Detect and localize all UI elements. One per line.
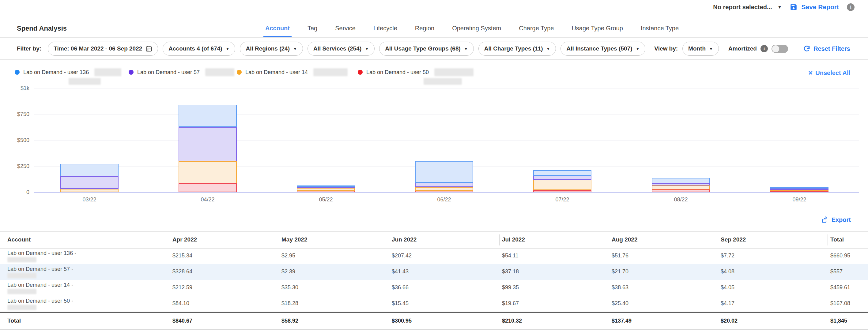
filter-pill-all-charge-types[interactable]: All Charge Types (11)▼: [478, 42, 556, 56]
cell-value: $38.63: [612, 284, 628, 291]
y-axis-tick-label: $250: [0, 163, 29, 170]
filter-pill-label: All Charge Types (11): [484, 45, 543, 52]
account-cell: Lab on Demand - user 14 -: [7, 282, 73, 294]
amortized-control: Amortized i: [728, 45, 788, 53]
bar-segment-lab-on-demand-user-57[interactable]: [533, 176, 591, 180]
bar-segment-lab-on-demand-user-57[interactable]: [60, 176, 119, 189]
chevron-down-icon: ▼: [709, 47, 713, 51]
bar-segment-lab-on-demand-user-136[interactable]: [652, 178, 710, 183]
cell-value: $15.45: [392, 300, 409, 307]
bar-segment-lab-on-demand-user-14[interactable]: [179, 161, 237, 183]
bar-segment-lab-on-demand-user-14[interactable]: [652, 186, 710, 190]
legend-item-lab-on-demand-user-14[interactable]: Lab on Demand - user 14: [237, 68, 348, 76]
tab-usage-type-group[interactable]: Usage Type Group: [570, 25, 625, 37]
tab-account[interactable]: Account: [264, 25, 291, 37]
reset-filters-button[interactable]: Reset Filters: [803, 45, 850, 52]
stacked-bar-07-22[interactable]: [533, 170, 591, 192]
legend-item-lab-on-demand-user-57[interactable]: Lab on Demand - user 57: [129, 68, 234, 76]
bar-segment-lab-on-demand-user-14[interactable]: [533, 180, 591, 190]
save-icon: [789, 3, 798, 11]
stacked-bar-06-22[interactable]: [415, 161, 473, 192]
stacked-bar-03-22[interactable]: [60, 164, 119, 192]
save-report-label: Save Report: [801, 3, 839, 11]
cell-value: $36.66: [392, 284, 409, 291]
column-header-may-2022: May 2022: [281, 236, 308, 243]
tab-region[interactable]: Region: [413, 25, 436, 37]
header-row: Spend Analysis AccountTagServiceLifecycl…: [0, 18, 868, 38]
filter-pill-accounts-4[interactable]: Accounts 4 (of 674)▼: [163, 42, 235, 56]
redacted-text: [313, 68, 348, 76]
unselect-all-button[interactable]: ✕ Unselect All: [808, 69, 850, 76]
view-by-label: View by:: [654, 45, 678, 52]
view-by-value: Month: [688, 45, 706, 52]
bar-segment-lab-on-demand-user-50[interactable]: [533, 190, 591, 192]
filter-pill-label: All Usage Type Groups (68): [385, 45, 461, 52]
y-axis-tick-label: $750: [0, 111, 29, 118]
bar-segment-lab-on-demand-user-136[interactable]: [60, 164, 119, 176]
legend-item-lab-on-demand-user-136[interactable]: Lab on Demand - user 136: [15, 68, 121, 76]
account-cell: Lab on Demand - user 136 -: [7, 250, 76, 262]
column-divider: [609, 234, 609, 245]
redacted-text: [434, 68, 473, 76]
filter-pill-all-instance-types[interactable]: All Instance Types (507)▼: [560, 42, 645, 56]
bar-segment-lab-on-demand-user-50[interactable]: [652, 190, 710, 192]
total-label: Total: [7, 318, 21, 324]
export-button[interactable]: Export: [821, 216, 851, 224]
bar-segment-lab-on-demand-user-136[interactable]: [533, 170, 591, 176]
gridline: [34, 114, 859, 114]
info-icon[interactable]: i: [847, 3, 855, 11]
x-axis-tick-label: 04/22: [179, 197, 237, 203]
reset-filters-label: Reset Filters: [813, 45, 850, 52]
bar-segment-lab-on-demand-user-50[interactable]: [179, 183, 237, 192]
filter-pill-all-usage-type-groups[interactable]: All Usage Type Groups (68)▼: [379, 42, 474, 56]
amortized-info-icon[interactable]: i: [761, 45, 768, 52]
tab-operating-system[interactable]: Operating System: [450, 25, 503, 37]
stacked-bar-09-22[interactable]: [770, 190, 829, 192]
total-cell-value: $300.95: [392, 318, 412, 324]
column-divider: [389, 234, 389, 245]
report-selector[interactable]: No report selected... ▼: [713, 4, 782, 11]
column-header-aug-2022: Aug 2022: [612, 236, 638, 243]
legend-item-lab-on-demand-user-50[interactable]: Lab on Demand - user 50: [358, 68, 473, 76]
stacked-bar-08-22[interactable]: [652, 178, 710, 192]
cell-value: $660.95: [830, 253, 850, 259]
amortized-toggle[interactable]: [772, 45, 788, 53]
account-name: Lab on Demand - user 57 -: [7, 266, 73, 272]
cell-value: $84.10: [173, 300, 189, 307]
table-header-row: AccountApr 2022May 2022Jun 2022Jul 2022A…: [0, 232, 868, 248]
tab-instance-type[interactable]: Instance Type: [639, 25, 681, 37]
tab-lifecycle[interactable]: Lifecycle: [372, 25, 399, 37]
tab-tag[interactable]: Tag: [306, 25, 319, 37]
bar-segment-lab-on-demand-user-50[interactable]: [415, 191, 473, 192]
page-title: Spend Analysis: [17, 25, 67, 32]
total-cell-value: $137.49: [612, 318, 631, 324]
bar-segment-lab-on-demand-user-136[interactable]: [415, 161, 473, 183]
filter-pill-all-services[interactable]: All Services (254)▼: [308, 42, 375, 56]
bar-segment-lab-on-demand-user-57[interactable]: [179, 127, 237, 161]
chevron-down-icon: ▼: [293, 47, 297, 51]
cell-value: $99.35: [502, 284, 519, 291]
bar-segment-lab-on-demand-user-57[interactable]: [415, 183, 473, 187]
cell-value: $51.76: [612, 253, 628, 259]
view-by-dropdown[interactable]: Month ▼: [682, 42, 719, 56]
cell-value: $4.17: [721, 300, 735, 307]
tab-charge-type[interactable]: Charge Type: [517, 25, 556, 37]
filter-pill-time-06-mar-2022-06-sep-2022[interactable]: Time: 06 Mar 2022 - 06 Sep 2022: [48, 42, 158, 56]
y-axis-tick-label: 0: [0, 189, 29, 196]
bar-segment-lab-on-demand-user-14[interactable]: [60, 189, 119, 192]
bar-segment-lab-on-demand-user-14[interactable]: [297, 188, 355, 191]
bar-segment-lab-on-demand-user-14[interactable]: [415, 187, 473, 191]
bar-segment-lab-on-demand-user-50[interactable]: [770, 191, 829, 192]
table-row: Lab on Demand - user 50 -$84.10$18.28$15…: [0, 296, 868, 312]
bar-segment-lab-on-demand-user-50[interactable]: [297, 191, 355, 192]
bar-segment-lab-on-demand-user-136[interactable]: [179, 105, 237, 127]
total-cell-value: $58.92: [281, 318, 298, 324]
filter-pill-all-regions[interactable]: All Regions (24)▼: [240, 42, 303, 56]
tab-service[interactable]: Service: [333, 25, 358, 37]
bar-segment-lab-on-demand-user-57[interactable]: [652, 183, 710, 186]
save-report-button[interactable]: Save Report: [789, 3, 839, 11]
stacked-bar-05-22[interactable]: [297, 186, 355, 192]
stacked-bar-04-22[interactable]: [179, 105, 237, 192]
table-total-row: Total$840.67$58.92$300.95$210.32$137.49$…: [0, 312, 868, 330]
filter-bar: Filter by: Time: 06 Mar 2022 - 06 Sep 20…: [0, 38, 868, 60]
